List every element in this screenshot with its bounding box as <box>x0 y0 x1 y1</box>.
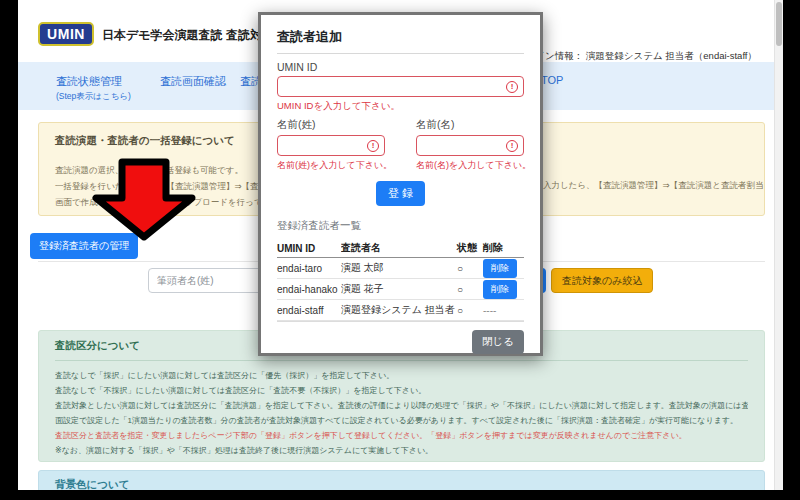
close-button[interactable]: 閉じる <box>472 330 524 354</box>
reviewer-name: 演題 花子 <box>341 282 457 296</box>
nav-review-screen-check[interactable]: 査読画面確認 <box>160 74 226 89</box>
col-delete: 削除 <box>483 241 524 255</box>
divider <box>55 360 748 361</box>
firstname-error: 名前(名)を入力して下さい。 <box>416 159 524 172</box>
delete-button[interactable]: 削除 <box>483 259 517 278</box>
modal-footer: 閉じる <box>277 321 524 354</box>
background-color-heading: 背景色について <box>55 478 748 490</box>
modal-title: 査読者追加 <box>277 28 524 46</box>
nav-top[interactable]: TOP <box>541 74 563 86</box>
umin-id-error: UMIN IDを入力して下さい。 <box>277 100 524 113</box>
lead-author-surname-input[interactable] <box>148 268 266 293</box>
error-icon: ! <box>367 140 379 152</box>
firstname-label: 名前(名) <box>416 118 524 132</box>
col-status: 状態 <box>457 241 483 255</box>
error-icon: ! <box>506 81 518 93</box>
nav-review-status[interactable]: 査読状態管理 <box>56 74 122 89</box>
add-reviewer-modal: 査読者追加 UMIN ID ! UMIN IDを入力して下さい。 名前(姓) !… <box>258 12 543 356</box>
page-content: UMIN 日本デモ学会演題査読 査読対象と査 ログイン情報： 演題登録システム … <box>18 0 783 490</box>
kubun-line3: 査読対象としたい演題に対しては査読区分に「査読演題」を指定して下さい。査読後の評… <box>55 399 748 414</box>
status-circle: ○ <box>457 284 483 295</box>
vertical-scrollbar[interactable] <box>774 0 783 490</box>
status-circle: ○ <box>457 305 483 316</box>
scrollbar-thumb[interactable] <box>776 2 782 46</box>
reviewer-table-header: UMIN ID 査読者名 状態 削除 <box>277 239 524 258</box>
lastname-label: 名前(姓) <box>277 118 385 132</box>
reviewer-umin-id: endai-staff <box>277 305 341 316</box>
kubun-line4: 面設定で設定した「1演題当たりの査読者数」分の査読者が査読対象演題すべてに設定さ… <box>55 414 748 429</box>
kubun-note-line: ※なお、演題に対する「採択」や「不採択」処理は査読終了後に現行演題システムにて実… <box>55 444 748 459</box>
narrow-to-review-targets-button[interactable]: 査読対象のみ絞込 <box>551 268 653 293</box>
reviewer-table: UMIN ID 査読者名 状態 削除 endai-taro 演題 太郎 ○ 削除… <box>277 239 524 321</box>
col-reviewer-name: 査読者名 <box>341 241 457 255</box>
divider <box>277 53 524 54</box>
error-icon: ! <box>506 140 518 152</box>
col-umin-id: UMIN ID <box>277 243 341 254</box>
delete-button[interactable]: 削除 <box>483 280 517 299</box>
kubun-warning-line: 査読区分と査読者を指定・変更しましたらページ下部の「登録」ボタンを押下して登録し… <box>55 429 748 444</box>
screen: UMIN 日本デモ学会演題査読 査読対象と査 ログイン情報： 演題登録システム … <box>0 0 800 500</box>
reviewer-name: 演題登録システム 担当者 <box>341 303 457 317</box>
reviewer-umin-id: endai-taro <box>277 263 341 274</box>
bulk-section-heading: 査読演題・査読者の一括登録について <box>55 134 235 148</box>
background-color-section: 背景色について <box>38 470 765 490</box>
kubun-line2: 査読なしで「不採択」にしたい演題に対しては査読区分に「査読不要（不採択）」を指定… <box>55 384 748 399</box>
lastname-error: 名前(姓)を入力して下さい。 <box>277 159 385 172</box>
umin-id-label: UMIN ID <box>277 61 524 73</box>
kubun-line1: 査読なしで「採択」にしたい演題に対しては査読区分に「優先（採択）」を指定して下さ… <box>55 369 748 384</box>
table-row: endai-taro 演題 太郎 ○ 削除 <box>277 258 524 279</box>
table-row: endai-staff 演題登録システム 担当者 ○ ---- <box>277 300 524 321</box>
umin-logo-text: UMIN <box>47 26 85 42</box>
register-button[interactable]: 登 録 <box>376 181 425 206</box>
umin-id-input[interactable] <box>277 76 524 97</box>
nav-step-link[interactable]: (Step表示はこちら) <box>56 91 131 103</box>
registered-reviewer-list-heading: 登録済査読者一覧 <box>277 219 524 233</box>
table-row: endai-hanako 演題 花子 ○ 削除 <box>277 279 524 300</box>
red-arrow-annotation <box>88 158 200 242</box>
bulk-text-line2-right: 入力したら、【査読演題管理】⇒【査読演題と査読者割当 <box>543 180 764 192</box>
reviewer-name: 演題 太郎 <box>341 261 457 275</box>
no-delete-placeholder: ---- <box>483 305 524 316</box>
reviewer-umin-id: endai-hanako <box>277 284 341 295</box>
status-circle: ○ <box>457 263 483 274</box>
umin-logo: UMIN <box>38 22 94 46</box>
